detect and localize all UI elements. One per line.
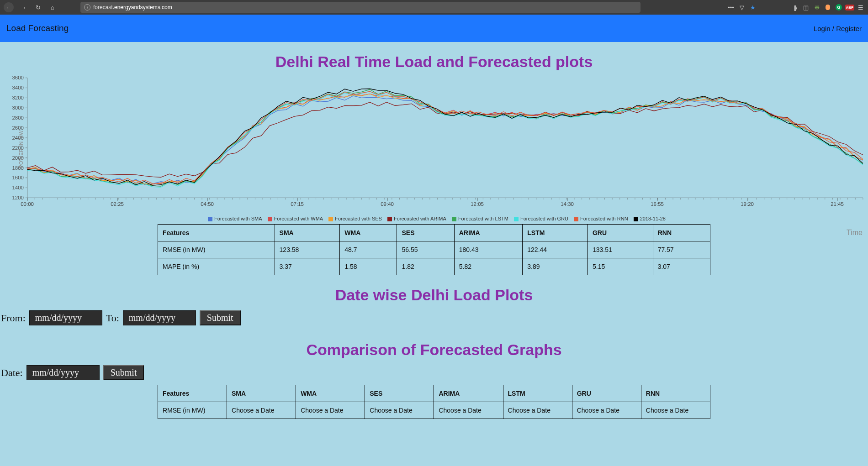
svg-text:2800: 2800 [12, 115, 24, 120]
login-register-link[interactable]: Login / Register [814, 25, 862, 32]
legend-swatch [452, 217, 456, 221]
to-label: To: [106, 312, 119, 324]
home-icon[interactable]: ⌂ [48, 2, 58, 12]
submit-range-button[interactable]: Submit [200, 310, 241, 325]
table-cell: Choose a Date [434, 402, 503, 419]
table-cell: Choose a Date [296, 402, 365, 419]
table-cell: 5.82 [454, 258, 523, 275]
table-header: GRU [572, 385, 641, 402]
table-cell: 1.58 [340, 258, 397, 275]
svg-text:02:25: 02:25 [111, 201, 124, 207]
submit-date-button[interactable]: Submit [103, 365, 144, 380]
series-line [27, 91, 863, 187]
table-header: Features [158, 225, 275, 241]
table-cell: 1.82 [397, 258, 454, 275]
legend-swatch [387, 217, 392, 221]
url-text: forecast.energyandsystems.com [93, 4, 172, 10]
ext-icon[interactable]: ❋ [813, 4, 820, 11]
table-cell: Choose a Date [227, 402, 296, 419]
table-cell: RMSE (in MW) [158, 241, 275, 258]
menu-icon[interactable]: ☰ [857, 4, 864, 11]
legend-swatch [514, 217, 519, 221]
table-header: WMA [340, 225, 397, 241]
library-icon[interactable]: |||\ [791, 4, 799, 11]
legend-swatch [328, 217, 333, 221]
back-icon[interactable]: ← [4, 2, 14, 12]
svg-text:3200: 3200 [12, 95, 24, 100]
more-icon[interactable]: ••• [727, 4, 735, 11]
from-date-input[interactable]: mm/dd/yyyy [29, 310, 102, 325]
table-cell: 56.55 [397, 241, 454, 258]
table-cell: MAPE (in %) [158, 258, 275, 275]
metrics-table: FeaturesSMAWMASESARIMALSTMGRURNNRMSE (in… [158, 224, 710, 275]
svg-text:3000: 3000 [12, 105, 24, 110]
ext2-icon[interactable] [824, 4, 831, 11]
table-cell: Choose a Date [572, 402, 641, 419]
table-cell: 3.37 [275, 258, 340, 275]
series-line [27, 94, 863, 184]
table-header: ARIMA [454, 225, 523, 241]
legend-label: Forecasted with RNN [580, 216, 628, 221]
svg-text:3600: 3600 [12, 75, 24, 80]
svg-text:1400: 1400 [12, 185, 24, 190]
svg-text:04:50: 04:50 [201, 201, 214, 207]
table-header: WMA [296, 385, 365, 402]
forward-icon[interactable]: → [18, 2, 28, 12]
table-header: LSTM [523, 225, 588, 241]
abp-icon[interactable]: ABP [846, 4, 853, 11]
table-row: MAPE (in %)3.371.581.825.823.895.153.07 [158, 258, 710, 275]
table-cell: 3.89 [523, 258, 588, 275]
reload-icon[interactable]: ↻ [33, 2, 43, 12]
legend-label: Forecasted with ARIMA [394, 216, 446, 221]
legend-label: Forecasted with LSTM [458, 216, 508, 221]
main-heading: Delhi Real Time Load and Forecasted plot… [0, 53, 868, 71]
table-header: SMA [227, 385, 296, 402]
table-cell: 3.07 [653, 258, 710, 275]
svg-text:3400: 3400 [12, 85, 24, 90]
svg-text:07:15: 07:15 [291, 201, 304, 207]
info-icon[interactable]: i [84, 4, 90, 10]
address-bar[interactable]: i forecast.energyandsystems.com [80, 2, 640, 13]
to-date-input[interactable]: mm/dd/yyyy [123, 310, 196, 325]
page-body: Delhi Real Time Load and Forecasted plot… [0, 53, 868, 441]
legend-swatch [208, 217, 212, 221]
table-cell: 5.15 [587, 258, 653, 275]
table-cell: Choose a Date [641, 402, 710, 419]
x-axis-label: Time [847, 229, 863, 237]
legend-label: Forecasted with SMA [214, 216, 262, 221]
comparison-table: FeaturesSMAWMASESARIMALSTMGRURNNRMSE (in… [158, 385, 710, 419]
line-chart[interactable]: 1200140016001800200022002400260028003000… [3, 74, 865, 214]
table-cell: Choose a Date [503, 402, 572, 419]
grammarly-icon[interactable]: G [835, 4, 842, 11]
from-label: From: [1, 312, 26, 324]
table-header: RNN [641, 385, 710, 402]
app-title: Load Forcasting [6, 23, 69, 33]
sidebar-icon[interactable]: ◫ [802, 4, 810, 11]
legend-swatch [634, 217, 638, 221]
chart-legend: Forecasted with SMAForecasted with WMAFo… [3, 214, 865, 224]
comparison-heading: Comparison of Forecasted Graphs [0, 341, 868, 359]
series-line [27, 94, 863, 184]
date-range-form: From: mm/dd/yyyy To: mm/dd/yyyy Submit [0, 308, 868, 330]
svg-text:09:40: 09:40 [381, 201, 394, 207]
bookmark-star-icon[interactable]: ★ [749, 4, 757, 11]
table-cell: Choose a Date [365, 402, 434, 419]
legend-label: Forecasted with WMA [274, 216, 323, 221]
svg-text:12:05: 12:05 [471, 201, 484, 207]
table-row: RMSE (in MW)123.5848.756.55180.43122.441… [158, 241, 710, 258]
chrome-right: ••• ▽ ★ |||\ ◫ ❋ G ABP ☰ [727, 4, 864, 11]
svg-text:16:55: 16:55 [651, 201, 664, 207]
table-header: SMA [275, 225, 340, 241]
date-label: Date: [1, 367, 23, 379]
table-header: LSTM [503, 385, 572, 402]
single-date-input[interactable]: mm/dd/yyyy [26, 365, 100, 380]
table-header: Features [158, 385, 227, 402]
svg-text:14:30: 14:30 [561, 201, 574, 207]
chart-container: POWER IN MW 1200140016001800200022002400… [3, 74, 865, 224]
table-cell: 77.57 [653, 241, 710, 258]
table-cell: 180.43 [454, 241, 523, 258]
app-header: Load Forcasting Login / Register [0, 15, 868, 42]
table-cell: 122.44 [523, 241, 588, 258]
table-header: RNN [653, 225, 710, 241]
pocket-icon[interactable]: ▽ [738, 4, 746, 11]
